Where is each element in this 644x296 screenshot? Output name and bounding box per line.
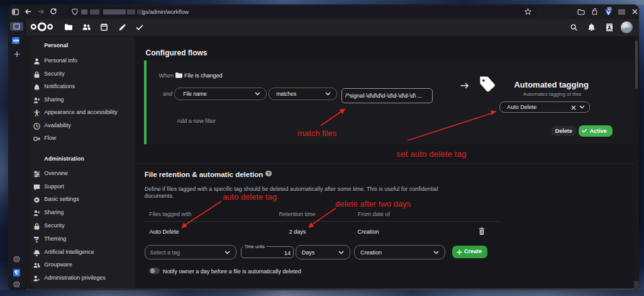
svg-text:auto delete tag: auto delete tag (223, 192, 277, 202)
svg-text:set auto delete tag: set auto delete tag (396, 149, 466, 158)
svg-text:match files: match files (297, 128, 337, 138)
svg-text:delete after two days: delete after two days (335, 199, 411, 208)
